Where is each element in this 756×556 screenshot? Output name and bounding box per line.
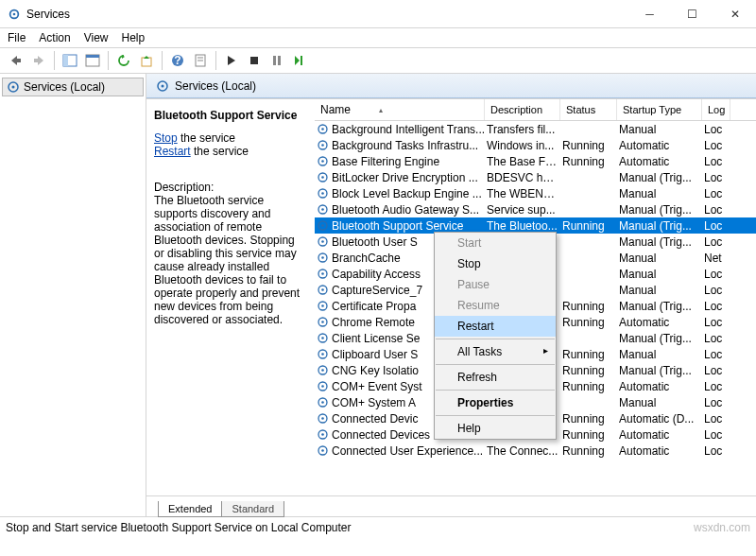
description-text: The Bluetooth service supports discovery… [154, 194, 307, 326]
gear-icon [317, 316, 329, 328]
context-menu-restart[interactable]: Restart [435, 316, 556, 337]
svg-point-59 [321, 417, 324, 420]
stop-service-button[interactable] [244, 50, 265, 71]
forward-button[interactable] [28, 50, 49, 71]
menu-action[interactable]: Action [39, 31, 70, 44]
gear-icon [7, 80, 20, 94]
minimize-button[interactable]: ─ [628, 0, 671, 28]
svg-point-37 [321, 240, 324, 243]
svg-point-49 [321, 337, 324, 339]
table-row[interactable]: Background Intelligent Trans...Transfers… [315, 121, 756, 137]
svg-point-19 [12, 86, 15, 89]
svg-point-27 [321, 160, 324, 163]
tab-standard[interactable]: Standard [221, 501, 284, 517]
start-service-button[interactable] [221, 50, 242, 71]
sort-asc-icon: ▴ [379, 106, 383, 114]
context-menu-help[interactable]: Help [435, 418, 556, 439]
restart-link[interactable]: Restart [154, 145, 191, 158]
table-row[interactable]: Background Tasks Infrastru...Windows in.… [315, 137, 756, 153]
svg-rect-15 [273, 56, 276, 65]
gear-icon [317, 284, 329, 296]
gear-icon [317, 412, 329, 425]
gear-icon [317, 252, 329, 264]
table-row[interactable]: Base Filtering EngineThe Base Fil...Runn… [315, 153, 756, 169]
svg-point-51 [321, 353, 324, 356]
gear-icon [317, 348, 329, 360]
properties-sheet-button[interactable] [190, 50, 211, 71]
context-menu-refresh[interactable]: Refresh [435, 367, 556, 388]
help-button[interactable]: ? [167, 50, 188, 71]
refresh-button[interactable] [113, 50, 134, 71]
svg-point-33 [321, 208, 324, 211]
back-button[interactable] [6, 50, 26, 71]
menu-help[interactable]: Help [122, 31, 146, 44]
context-menu: StartStopPauseResumeRestartAll TasksRefr… [434, 232, 557, 440]
stop-link[interactable]: Stop [154, 131, 178, 145]
context-menu-all-tasks[interactable]: All Tasks [435, 341, 556, 362]
svg-point-41 [321, 272, 324, 275]
svg-point-23 [321, 128, 324, 130]
tab-extended[interactable]: Extended [158, 501, 222, 517]
selected-service-title: Bluetooth Support Service [154, 109, 307, 122]
table-row[interactable]: BitLocker Drive Encryption ...BDESVC hos… [315, 169, 756, 185]
column-startup-type[interactable]: Startup Type [617, 99, 702, 120]
table-row[interactable]: Bluetooth Audio Gateway S...Service sup.… [315, 201, 756, 217]
column-logon[interactable]: Log [702, 99, 730, 120]
context-menu-properties[interactable]: Properties [435, 392, 556, 413]
context-menu-separator [436, 364, 555, 365]
svg-rect-17 [301, 56, 302, 65]
column-name[interactable]: Name▴ [315, 99, 485, 120]
column-status[interactable]: Status [560, 99, 617, 120]
properties-button[interactable] [82, 50, 103, 71]
context-menu-resume: Resume [435, 295, 556, 316]
console-tree: Services (Local) [0, 74, 146, 516]
gear-icon [317, 364, 329, 376]
svg-point-31 [321, 192, 324, 195]
maximize-button[interactable]: ☐ [671, 0, 713, 28]
svg-point-63 [321, 449, 324, 452]
gear-icon [317, 235, 329, 248]
svg-point-47 [321, 321, 324, 323]
svg-point-39 [321, 256, 324, 259]
svg-point-53 [321, 369, 324, 372]
svg-rect-7 [86, 55, 99, 58]
menu-file[interactable]: File [8, 31, 26, 44]
list-body[interactable]: Background Intelligent Trans...Transfers… [315, 121, 756, 495]
menu-bar: File Action View Help [0, 28, 756, 47]
svg-text:?: ? [174, 54, 180, 67]
context-menu-stop[interactable]: Stop [435, 253, 556, 274]
svg-rect-3 [34, 59, 39, 62]
context-menu-pause: Pause [435, 274, 556, 295]
result-pane: Services (Local) Bluetooth Support Servi… [146, 74, 756, 516]
tree-node-label: Services (Local) [24, 80, 105, 94]
restart-service-button[interactable] [289, 50, 310, 71]
window-title: Services [26, 8, 628, 21]
show-hide-tree-button[interactable] [60, 50, 80, 71]
svg-rect-8 [142, 58, 151, 66]
svg-point-29 [321, 176, 324, 179]
context-menu-separator [436, 390, 555, 391]
export-button[interactable] [136, 50, 157, 71]
table-row[interactable]: Block Level Backup Engine ...The WBENG..… [315, 185, 756, 201]
status-text: Stop and Start service Bluetooth Support… [6, 521, 352, 534]
svg-point-61 [321, 433, 324, 436]
gear-icon [317, 428, 329, 441]
table-row[interactable]: Connected User Experience...The Connec..… [315, 443, 756, 459]
gear-icon [317, 139, 329, 151]
pause-service-button[interactable] [266, 50, 287, 71]
description-pane: Bluetooth Support Service Stop the servi… [146, 99, 315, 495]
gear-icon [317, 444, 329, 457]
column-description[interactable]: Description [485, 99, 560, 120]
svg-point-1 [13, 12, 16, 15]
svg-point-25 [321, 144, 324, 147]
close-button[interactable]: ✕ [713, 0, 756, 28]
gear-icon [317, 171, 329, 183]
menu-view[interactable]: View [84, 31, 109, 44]
gear-icon [317, 300, 329, 312]
tree-node-services-local[interactable]: Services (Local) [2, 78, 144, 96]
context-menu-separator [436, 339, 555, 339]
svg-point-35 [321, 224, 324, 227]
toolbar-separator [215, 51, 216, 70]
bottom-tabs: Extended Standard [146, 495, 756, 516]
svg-point-43 [321, 288, 324, 291]
